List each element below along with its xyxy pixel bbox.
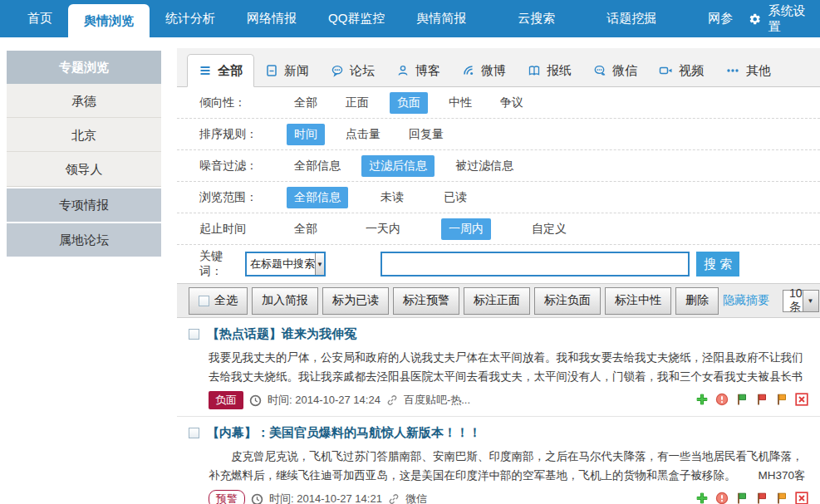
item-title-link[interactable]: 【热点话题】谁来为我伸冤: [207, 326, 356, 342]
nav-menu: 首页 舆情浏览 统计分析 网络情报 QQ群监控 舆情简报 云搜索 话题挖掘 网参: [12, 0, 749, 37]
nav-label: 统计分析: [165, 11, 215, 27]
filter-label: 倾向性：: [177, 95, 287, 110]
tab-blog[interactable]: 博客: [385, 54, 451, 87]
sidebar-item-leaders[interactable]: 领导人: [7, 152, 161, 186]
search-button[interactable]: 搜 索: [696, 252, 739, 276]
filter-option[interactable]: 正面: [338, 92, 376, 114]
filter-row-timerange: 起止时间 全部 一天内 一周内 自定义: [177, 213, 820, 245]
item-checkbox[interactable]: [189, 428, 199, 438]
item-title-link[interactable]: 【内幕】：美国官员爆料的马航惊人新版本！！！: [207, 425, 481, 441]
system-settings[interactable]: 系统设置: [749, 0, 820, 37]
green-flag-icon[interactable]: [735, 492, 749, 504]
filter-label: 噪音过滤：: [177, 159, 287, 174]
filter-option[interactable]: 全部信息: [287, 155, 348, 177]
mark-neutral-button[interactable]: 标注中性: [605, 287, 671, 315]
filter-option[interactable]: 一天内: [358, 218, 408, 240]
filter-option-selected[interactable]: 全部信息: [287, 187, 348, 208]
sidebar-item-chengde[interactable]: 承德: [7, 84, 161, 118]
filter-label: 浏览范围：: [177, 190, 287, 205]
tab-weibo[interactable]: 微博: [451, 54, 517, 87]
filter-option[interactable]: 已读: [436, 187, 474, 208]
filter-label: 起止时间: [177, 222, 287, 237]
nav-item-topic-mining[interactable]: 话题挖掘: [591, 0, 672, 37]
filter-option[interactable]: 全部: [287, 92, 325, 114]
nav-label: 首页: [27, 11, 52, 27]
more-icon: [725, 64, 740, 77]
filter-option-selected[interactable]: 负面: [390, 92, 428, 114]
weibo-icon: [462, 64, 475, 77]
nav-item-cloud-search[interactable]: 云搜索: [502, 0, 571, 37]
filter-option[interactable]: 争议: [493, 92, 531, 114]
orange-flag-icon[interactable]: [775, 393, 788, 406]
filter-panel: 倾向性： 全部 正面 负面 中性 争议 排序规则： 时间 点击量 回复量 噪音过…: [177, 87, 820, 283]
red-flag-icon[interactable]: [755, 393, 768, 406]
delete-icon[interactable]: [795, 492, 808, 504]
filter-option[interactable]: 中性: [441, 92, 479, 114]
tab-video[interactable]: 视频: [648, 54, 714, 87]
tab-newspaper[interactable]: 报纸: [517, 54, 582, 87]
tab-wechat[interactable]: 微信: [582, 54, 648, 87]
keyword-row: 关键词： 在标题中搜索 ▼ 搜 索: [177, 245, 820, 283]
mark-alert-button[interactable]: 标注预警: [393, 287, 459, 315]
red-flag-icon[interactable]: [755, 492, 768, 504]
filter-option[interactable]: 点击量: [338, 124, 388, 145]
filter-option-selected[interactable]: 时间: [287, 124, 325, 145]
tab-other[interactable]: 其他: [714, 54, 782, 87]
add-icon[interactable]: [695, 492, 709, 504]
filter-option[interactable]: 回复量: [401, 124, 451, 145]
sidebar-section-local-forum[interactable]: 属地论坛: [7, 223, 161, 257]
nav-label: QQ群监控: [328, 11, 385, 27]
list-item: 【热点话题】谁来为我伸冤 我要见我丈夫的尸体，公安局和政府的人说我丈夫尸体在太平…: [177, 318, 820, 417]
hide-summary-link[interactable]: 隐藏摘要: [723, 293, 769, 308]
search-scope-select[interactable]: 在标题中搜索 ▼: [245, 252, 326, 276]
mark-read-button[interactable]: 标为已读: [322, 287, 389, 315]
item-checkbox[interactable]: [189, 329, 199, 340]
result-list: 【热点话题】谁来为我伸冤 我要见我丈夫的尸体，公安局和政府的人说我丈夫尸体在太平…: [177, 318, 820, 504]
alert-icon[interactable]: [715, 492, 729, 504]
nav-item-home[interactable]: 首页: [12, 0, 68, 37]
nav-item-statistics[interactable]: 统计分析: [150, 0, 231, 37]
nav-item-opinion-browse[interactable]: 舆情浏览: [68, 4, 150, 37]
item-source[interactable]: 百度贴吧-热...: [404, 393, 470, 408]
nav-item-qq-monitor[interactable]: QQ群监控: [312, 0, 400, 37]
green-flag-icon[interactable]: [735, 393, 749, 406]
filter-label: 排序规则：: [177, 127, 287, 142]
nav-label: 舆情浏览: [84, 13, 134, 29]
keyword-input[interactable]: [381, 252, 690, 276]
filter-option-selected[interactable]: 一周内: [441, 218, 491, 240]
gear-icon: [749, 11, 761, 27]
sidebar-item-beijing[interactable]: 北京: [7, 118, 161, 152]
newspaper-icon: [528, 64, 541, 77]
page-size-select[interactable]: 10条 ▼: [783, 290, 819, 312]
tab-all[interactable]: 全部: [187, 54, 254, 87]
nav-label: 舆情简报: [416, 11, 466, 27]
filter-row-noise: 噪音过滤： 全部信息 过滤后信息 被过滤信息: [177, 150, 820, 182]
item-source[interactable]: 微信: [405, 492, 427, 504]
link-icon: [386, 394, 398, 406]
filter-option-selected[interactable]: 过滤后信息: [361, 155, 435, 177]
filter-option[interactable]: 全部: [287, 218, 325, 240]
tab-label: 微信: [612, 63, 637, 79]
mark-positive-button[interactable]: 标注正面: [464, 287, 530, 315]
mark-negative-button[interactable]: 标注负面: [534, 287, 601, 315]
filter-option[interactable]: 自定义: [524, 218, 574, 240]
delete-button[interactable]: 删除: [675, 287, 719, 315]
sidebar-section-special-intel[interactable]: 专项情报: [7, 188, 161, 222]
select-all-button[interactable]: 全选: [189, 287, 248, 315]
tab-forum[interactable]: 论坛: [320, 54, 385, 87]
nav-item-wangcan[interactable]: 网参: [692, 0, 749, 37]
orange-flag-icon[interactable]: [775, 492, 788, 504]
alert-icon[interactable]: [715, 393, 729, 406]
nav-item-briefing[interactable]: 舆情简报: [400, 0, 482, 37]
tab-news[interactable]: 新闻: [254, 54, 320, 87]
select-all-checkbox[interactable]: [199, 296, 209, 306]
nav-label: 云搜索: [518, 11, 555, 27]
sidebar-header: 专题浏览: [7, 51, 161, 84]
filter-option[interactable]: 被过滤信息: [448, 155, 521, 177]
add-icon[interactable]: [695, 393, 709, 406]
add-to-briefing-button[interactable]: 加入简报: [252, 287, 318, 315]
filter-option[interactable]: 未读: [373, 187, 411, 208]
delete-icon[interactable]: [795, 393, 808, 406]
filter-row-tendency: 倾向性： 全部 正面 负面 中性 争议: [177, 87, 820, 119]
nav-item-network-intel[interactable]: 网络情报: [231, 0, 312, 37]
